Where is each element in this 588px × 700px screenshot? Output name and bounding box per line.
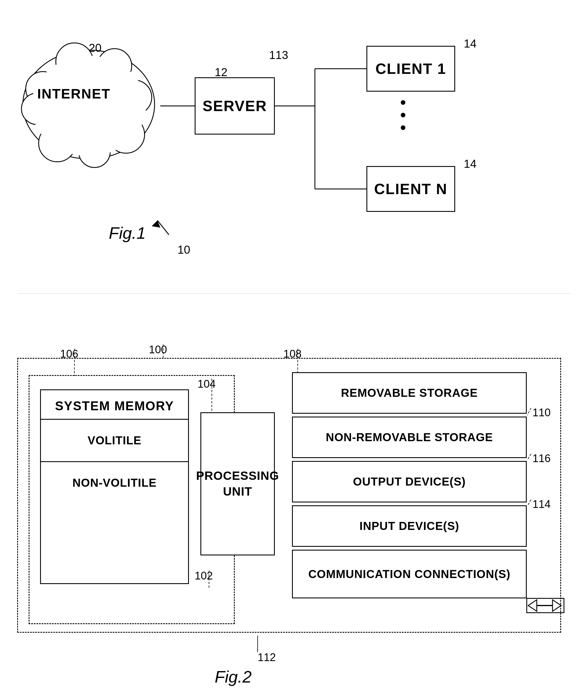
server-label: SERVER [203, 97, 267, 115]
fig2-caption: Fig.2 [215, 667, 252, 686]
dots-area [401, 100, 405, 130]
svg-line-15 [157, 220, 169, 235]
non-removable-storage-label: NON-REMOVABLE STORAGE [326, 431, 493, 444]
dot1 [401, 100, 405, 105]
non-volatile-label: NON-VOLITILE [41, 462, 188, 504]
diagram-container: INTERNET 20 SERVER 12 113 CLIENT 1 14 CL… [0, 0, 588, 700]
fig1-caption: Fig.1 [109, 223, 146, 242]
ref-14a: 14 [464, 37, 477, 50]
volatile-label: VOLITILE [41, 420, 188, 462]
system-memory-label: SYSTEM MEMORY [41, 390, 188, 420]
right-boxes: REMOVABLE STORAGE NON-REMOVABLE STORAGE … [292, 372, 527, 601]
dot3 [401, 125, 405, 130]
svg-marker-16 [152, 220, 160, 228]
input-devices-box: INPUT DEVICE(S) [292, 505, 527, 547]
dot2 [401, 113, 405, 117]
processing-unit-label: PROCESSINGUNIT [196, 468, 279, 499]
ref-113: 113 [269, 49, 288, 62]
client1-label: CLIENT 1 [375, 60, 446, 77]
client1-box: CLIENT 1 [366, 46, 455, 92]
ref-14b: 14 [464, 157, 477, 170]
output-devices-box: OUTPUT DEVICE(S) [292, 461, 527, 502]
fig2-area: 106 100 108 104 102 110 116 114 112 [0, 301, 588, 700]
input-devices-label: INPUT DEVICE(S) [360, 520, 459, 533]
clientn-label: CLIENT N [374, 180, 447, 198]
comm-connections-box: COMMUNICATION CONNECTION(S) [292, 550, 527, 598]
divider-svg [0, 292, 588, 295]
server-box: SERVER [195, 77, 275, 135]
ref-20: 20 [89, 42, 102, 54]
ref-100: 100 [149, 344, 167, 356]
removable-storage-box: REMOVABLE STORAGE [292, 372, 527, 414]
svg-point-9 [31, 56, 146, 156]
ref-10: 10 [177, 243, 190, 256]
output-devices-label: OUTPUT DEVICE(S) [353, 475, 466, 488]
internet-label: INTERNET [37, 86, 111, 102]
removable-storage-label: REMOVABLE STORAGE [341, 387, 478, 399]
system-memory-box: SYSTEM MEMORY VOLITILE NON-VOLITILE [40, 389, 189, 584]
comm-connections-label: COMMUNICATION CONNECTION(S) [308, 566, 510, 582]
ref-12: 12 [215, 66, 228, 79]
processing-unit-box: PROCESSINGUNIT [200, 412, 275, 555]
non-removable-storage-box: NON-REMOVABLE STORAGE [292, 417, 527, 458]
fig1-svg [0, 17, 588, 275]
clientn-box: CLIENT N [366, 166, 455, 212]
fig1-area: INTERNET 20 SERVER 12 113 CLIENT 1 14 CL… [0, 17, 588, 275]
ref-112: 112 [258, 651, 276, 664]
